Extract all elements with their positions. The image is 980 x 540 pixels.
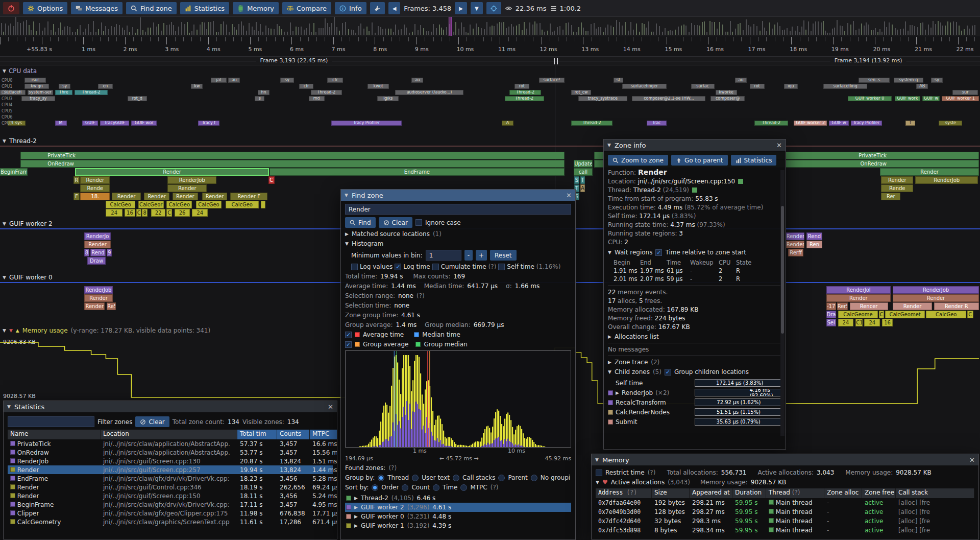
frame-bar[interactable] xyxy=(547,31,548,35)
timeline-zone[interactable]: md xyxy=(309,96,325,101)
frame-bar[interactable] xyxy=(13,26,14,35)
timeline-zone[interactable]: kworke xyxy=(716,90,737,95)
frame-bar[interactable] xyxy=(675,30,676,35)
frame-bar[interactable] xyxy=(900,29,901,35)
sort-by-option-radio[interactable] xyxy=(402,484,408,491)
frame-separator-row[interactable]: Frame 3,193 (22.45 ms) Frame 3,194 (13.9… xyxy=(0,56,980,65)
frame-bar[interactable] xyxy=(811,31,812,35)
frame-bar[interactable] xyxy=(912,25,913,35)
frame-bar[interactable] xyxy=(298,27,299,35)
frame-bar[interactable] xyxy=(825,31,826,35)
thread-header[interactable]: ▼GUIF worker 0 xyxy=(3,274,53,281)
timeline-zone[interactable]: tracy_sy xyxy=(21,96,55,101)
frame-bar[interactable] xyxy=(628,31,629,35)
histogram-toggle[interactable]: ▼ Histogram xyxy=(345,240,571,247)
frame-bar[interactable] xyxy=(879,29,880,35)
frame-bar[interactable] xyxy=(566,23,567,35)
timeline-zone[interactable]: GUIF worker 1 xyxy=(942,96,979,101)
child-zones-toggle[interactable]: ▼ Child zones(5) Group children location… xyxy=(608,368,781,375)
frame-bar[interactable] xyxy=(315,32,316,35)
memory-button[interactable]: Memory xyxy=(233,2,279,14)
child-zone-row[interactable]: Submit35.63 µs (0.79%) xyxy=(608,417,781,427)
zoom-to-zone-button[interactable]: Zoom to zone xyxy=(608,155,668,166)
timeline-zone[interactable]: CalcGeomet xyxy=(885,311,925,318)
frame-bar[interactable] xyxy=(145,32,146,35)
timeline-zone[interactable]: surfacefinger xyxy=(622,84,666,89)
frame-bar[interactable] xyxy=(587,31,589,35)
frame-bar[interactable] xyxy=(486,22,487,35)
alloc-callstack-link[interactable]: [alloc] xyxy=(898,527,919,534)
frame-bar[interactable] xyxy=(436,28,437,35)
child-zone-row[interactable]: Self time172.14 µs (3.83%) xyxy=(608,378,781,388)
frame-bar[interactable] xyxy=(779,26,780,35)
frame-bar[interactable] xyxy=(492,26,493,35)
frame-bar[interactable] xyxy=(610,26,611,35)
frame-bar[interactable] xyxy=(827,33,828,35)
frame-bar[interactable] xyxy=(801,27,802,35)
frame-bar[interactable] xyxy=(441,28,442,35)
frame-bar[interactable] xyxy=(805,30,806,35)
frame-bar[interactable] xyxy=(390,29,391,35)
frame-bar[interactable] xyxy=(77,29,78,35)
frame-bar[interactable] xyxy=(406,28,407,35)
zone-statistics-button[interactable]: Statistics xyxy=(731,155,777,166)
timeline-zone[interactable]: Render xyxy=(80,176,110,184)
frame-bar[interactable] xyxy=(753,24,754,35)
timeline-zone[interactable]: kwot xyxy=(368,84,389,89)
timeline-zone[interactable]: C xyxy=(879,311,884,318)
frame-bar[interactable] xyxy=(213,21,214,35)
frame-bar[interactable] xyxy=(393,32,394,35)
timeline-zone[interactable]: Thread-2 xyxy=(571,121,612,126)
frame-bar[interactable] xyxy=(914,26,915,35)
frame-bar[interactable] xyxy=(216,32,217,35)
frame-bar[interactable] xyxy=(938,21,939,35)
frame-bar[interactable] xyxy=(20,23,21,35)
frame-bar[interactable] xyxy=(689,32,690,35)
prev-frame-button[interactable]: ◀ xyxy=(388,2,401,14)
timeline-zone[interactable]: surfac xyxy=(691,84,715,89)
frame-bar[interactable] xyxy=(732,32,733,35)
frame-bar[interactable] xyxy=(799,32,800,35)
frame-bar[interactable] xyxy=(748,25,749,35)
frame-bar[interactable] xyxy=(236,30,237,35)
frame-bar[interactable] xyxy=(342,23,343,35)
frame-bar[interactable] xyxy=(200,25,201,35)
frame-bar[interactable] xyxy=(206,29,207,35)
frame-bar[interactable] xyxy=(53,24,54,35)
frame-bar[interactable] xyxy=(385,29,386,35)
thread-header[interactable]: ▼Thread-2 xyxy=(3,137,37,145)
frame-bar[interactable] xyxy=(220,24,222,35)
timeline-zone[interactable]: CalcGeo xyxy=(226,201,259,208)
timeline-zone[interactable] xyxy=(261,201,266,208)
timeline-zone[interactable]: au xyxy=(228,78,240,83)
frame-bar[interactable] xyxy=(484,29,485,35)
frame-bar[interactable] xyxy=(163,23,164,35)
timeline-zone[interactable]: Trac xyxy=(647,121,666,126)
frame-bar[interactable] xyxy=(511,24,512,35)
restrict-time-checkbox[interactable] xyxy=(596,469,602,476)
frame-bar[interactable] xyxy=(933,21,934,35)
find-zone-histogram[interactable] xyxy=(345,350,571,448)
frame-bar[interactable] xyxy=(108,29,109,35)
show-avg-median-checkbox[interactable] xyxy=(345,332,352,338)
timeline-zone[interactable]: en xyxy=(98,84,113,89)
timeline-zone[interactable]: Re5 xyxy=(107,302,115,310)
frame-bar[interactable] xyxy=(473,29,474,35)
frame-bar[interactable] xyxy=(678,27,679,35)
close-icon[interactable]: ✕ xyxy=(776,142,782,149)
timeline-zone[interactable]: Render xyxy=(75,168,269,176)
frame-bar[interactable] xyxy=(173,25,174,35)
frame-bar[interactable] xyxy=(166,25,167,35)
timeline-zone[interactable]: sur xyxy=(952,90,978,95)
timeline-zone[interactable]: syste xyxy=(939,121,962,126)
timeline-zone[interactable]: Thre xyxy=(55,90,73,95)
frame-bar[interactable] xyxy=(529,22,530,35)
find-zone-search-input[interactable]: Render xyxy=(345,204,571,215)
statistics-button[interactable]: Statistics xyxy=(180,2,229,14)
frame-bar[interactable] xyxy=(594,23,595,35)
frame-bar[interactable] xyxy=(871,30,872,35)
frame-bar[interactable] xyxy=(187,22,188,35)
log-time-checkbox[interactable] xyxy=(395,264,401,270)
column-header[interactable]: Thread (?) xyxy=(766,488,824,498)
frame-bar[interactable] xyxy=(576,32,577,35)
